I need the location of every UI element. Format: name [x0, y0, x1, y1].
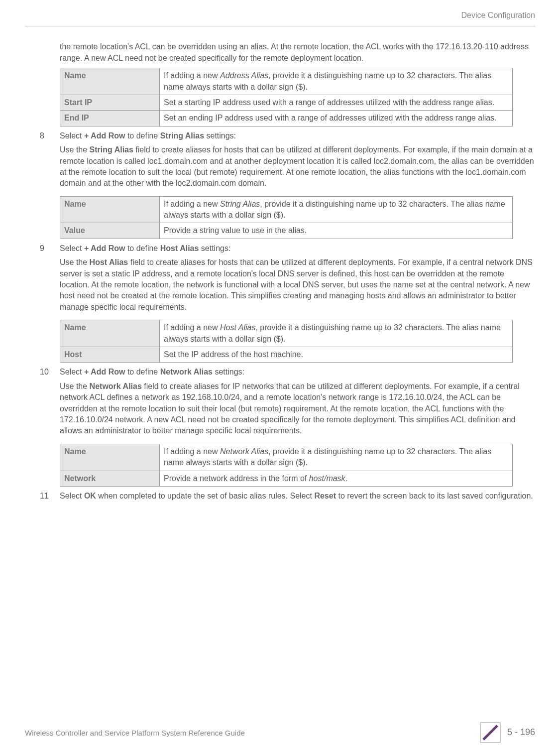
table-row: Value Provide a string value to use in t… [60, 223, 513, 239]
table-row: Name If adding a new Address Alias, prov… [60, 68, 513, 95]
svg-line-1 [483, 726, 497, 740]
step-9: 9 Select + Add Row to define Host Alias … [25, 243, 535, 316]
row-label: Host [60, 347, 160, 362]
step-body: Select + Add Row to define String Alias … [60, 130, 535, 192]
table-row: Name If adding a new String Alias, provi… [60, 196, 513, 223]
step-number: 11 [25, 491, 60, 504]
row-desc: Provide a network address in the form of… [160, 471, 513, 486]
table-row: Host Set the IP address of the host mach… [60, 347, 513, 362]
row-label: Name [60, 196, 160, 223]
row-desc: Set an ending IP address used with a ran… [160, 111, 513, 126]
page-footer: Wireless Controller and Service Platform… [25, 722, 535, 744]
table-row: Start IP Set a starting IP address used … [60, 95, 513, 110]
step-number: 10 [25, 367, 60, 439]
page-number: 5 - 196 [507, 726, 535, 739]
row-desc: If adding a new String Alias, provide it… [160, 196, 513, 223]
step-8: 8 Select + Add Row to define String Alia… [25, 130, 535, 192]
step-number: 9 [25, 243, 60, 316]
page-header-section: Device Configuration [25, 10, 535, 21]
row-label: Name [60, 68, 160, 95]
row-label: End IP [60, 111, 160, 126]
footer-guide-title: Wireless Controller and Service Platform… [25, 728, 245, 738]
step-body: Select + Add Row to define Host Alias se… [60, 243, 535, 316]
host-alias-table: Name If adding a new Host Alias, provide… [60, 320, 513, 363]
step-body: Select OK when completed to update the s… [60, 491, 535, 504]
row-label: Value [60, 223, 160, 239]
row-desc: If adding a new Address Alias, provide i… [160, 68, 513, 95]
row-label: Start IP [60, 95, 160, 110]
step-10: 10 Select + Add Row to define Network Al… [25, 367, 535, 439]
row-label: Name [60, 320, 160, 347]
row-label: Name [60, 444, 160, 471]
step-body: Select + Add Row to define Network Alias… [60, 367, 535, 439]
row-desc: Set the IP address of the host machine. [160, 347, 513, 362]
table-row: Name If adding a new Network Alias, prov… [60, 444, 513, 471]
network-alias-table: Name If adding a new Network Alias, prov… [60, 444, 513, 487]
header-divider [25, 26, 535, 26]
table-row: Network Provide a network address in the… [60, 471, 513, 486]
address-alias-table: Name If adding a new Address Alias, prov… [60, 68, 513, 126]
intro-paragraph: the remote location's ACL can be overrid… [60, 41, 535, 64]
row-desc: If adding a new Host Alias, provide it a… [160, 320, 513, 347]
string-alias-table: Name If adding a new String Alias, provi… [60, 196, 513, 239]
table-row: Name If adding a new Host Alias, provide… [60, 320, 513, 347]
row-desc: If adding a new Network Alias, provide i… [160, 444, 513, 471]
slash-icon [479, 722, 501, 744]
table-row: End IP Set an ending IP address used wit… [60, 111, 513, 126]
step-number: 8 [25, 130, 60, 192]
footer-right: 5 - 196 [479, 722, 535, 744]
step-11: 11 Select OK when completed to update th… [25, 491, 535, 504]
row-label: Network [60, 471, 160, 486]
row-desc: Provide a string value to use in the ali… [160, 223, 513, 239]
row-desc: Set a starting IP address used with a ra… [160, 95, 513, 110]
